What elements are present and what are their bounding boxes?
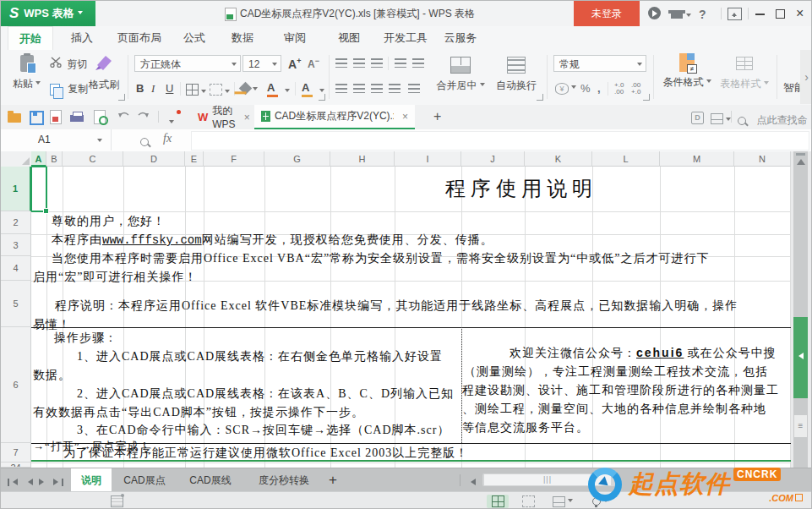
col-header-J[interactable]: J — [461, 151, 525, 167]
increase-indent-button[interactable] — [412, 58, 424, 68]
row-header-6[interactable]: 6 — [1, 327, 31, 443]
tab-view[interactable]: 视图 — [329, 26, 369, 50]
align-middle-button[interactable] — [353, 58, 365, 68]
split-view-button[interactable] — [711, 112, 731, 128]
sheet-tab-cad-zhandian[interactable]: CAD展点 — [115, 468, 174, 492]
bold-button[interactable]: B — [136, 82, 144, 95]
collapse-ribbon-icon[interactable] — [728, 7, 741, 20]
sheet-tab-cad-zhanxian[interactable]: CAD展线 — [181, 468, 240, 492]
row-header-2[interactable]: 2 — [1, 211, 31, 234]
insert-function-button[interactable]: fx — [163, 132, 172, 145]
tab-data[interactable]: 数据 — [222, 26, 263, 50]
redo-button[interactable] — [136, 110, 151, 124]
normal-view-button[interactable] — [487, 495, 509, 508]
font-name-select[interactable]: 方正姚体 — [134, 55, 241, 72]
first-sheet-button[interactable] — [8, 476, 18, 488]
close-tab-icon[interactable]: × — [402, 111, 408, 123]
cut-button[interactable]: 剪切 — [50, 57, 87, 72]
font-color-button[interactable]: A — [267, 82, 278, 97]
align-center-button[interactable] — [353, 84, 365, 93]
prev-sheet-button[interactable] — [25, 476, 33, 488]
vscroll-thumb[interactable] — [793, 317, 808, 398]
increase-decimal-button[interactable]: +.0 .00 — [614, 82, 624, 96]
col-header-L[interactable]: L — [592, 151, 660, 167]
tab-cloud[interactable]: 云服务 — [437, 26, 484, 50]
sheet-tab-dfm-zhuanhuan[interactable]: 度分秒转换 — [247, 468, 321, 492]
col-header-E[interactable]: E — [185, 151, 204, 167]
scroll-up-icon[interactable] — [797, 155, 805, 165]
grid-body[interactable]: 程序使用说明 尊敬的用户，您好！ 本程序由www.fffsky.com网站编写开… — [31, 167, 791, 468]
customize-qat-button[interactable] — [166, 115, 174, 130]
doc-tab-home[interactable]: W 我的WPS × — [191, 105, 253, 129]
last-sheet-button[interactable] — [53, 476, 63, 488]
ribbon-more-button[interactable]: › — [800, 50, 812, 104]
active-cell-a1[interactable] — [31, 167, 47, 212]
table-style-button[interactable]: 表格样式 — [717, 52, 771, 91]
tab-review[interactable]: 审阅 — [275, 26, 315, 50]
page-grip[interactable]: ≡ — [794, 415, 807, 437]
col-header-D[interactable]: D — [123, 151, 185, 167]
website-link[interactable]: www.fffsky.com — [102, 233, 202, 247]
distribute-button[interactable] — [408, 84, 420, 93]
skin-shirt-icon[interactable] — [671, 7, 684, 20]
decrease-indent-button[interactable] — [395, 58, 406, 68]
print-button[interactable] — [70, 110, 85, 124]
collapse-panel-icon[interactable] — [795, 353, 804, 359]
comma-format-button[interactable]: , — [597, 82, 601, 95]
number-launcher-icon[interactable] — [643, 94, 650, 101]
add-sheet-button[interactable]: + — [329, 472, 337, 489]
merge-center-button[interactable]: 合并居中 — [433, 53, 488, 93]
col-header-C[interactable]: C — [63, 151, 123, 167]
print-preview-button[interactable] — [94, 110, 109, 124]
font-color-caret[interactable] — [282, 85, 290, 97]
col-header-F[interactable]: F — [204, 151, 264, 167]
alignment-launcher-icon[interactable] — [537, 94, 543, 101]
help-icon[interactable]: ? — [699, 7, 712, 20]
row-header-7[interactable]: 7 — [1, 443, 31, 462]
row-header-3[interactable]: 3 — [1, 234, 31, 256]
align-right-button[interactable] — [371, 84, 383, 93]
col-header-N[interactable]: N — [734, 151, 791, 167]
row-header-4[interactable]: 4 — [1, 256, 31, 281]
fill-handle[interactable] — [43, 208, 49, 214]
currency-format-button[interactable]: ¥ — [555, 82, 576, 95]
conditional-format-button[interactable]: ≠ 条件格式 — [660, 52, 714, 90]
shrink-font-button[interactable]: A− — [308, 57, 319, 70]
zoom-formula-icon[interactable] — [140, 134, 149, 150]
col-header-K[interactable]: K — [525, 151, 592, 167]
tab-home[interactable]: 开始 — [8, 26, 53, 51]
clipboard-launcher-icon[interactable] — [118, 94, 125, 101]
tab-insert[interactable]: 插入 — [62, 26, 102, 50]
export-pdf-button[interactable] — [50, 110, 65, 124]
copy-button[interactable]: 复制 — [50, 82, 88, 96]
align-top-button[interactable] — [335, 58, 347, 68]
row-header-5[interactable]: 5 — [1, 281, 31, 327]
italic-button[interactable]: I — [151, 82, 155, 96]
page-layout-view-button[interactable] — [548, 495, 577, 508]
col-header-M[interactable]: M — [660, 151, 734, 167]
grow-font-button[interactable]: A+ — [288, 57, 301, 71]
macro-record-button[interactable] — [111, 495, 123, 507]
align-bottom-button[interactable] — [371, 58, 383, 68]
col-header-A[interactable]: A — [31, 151, 46, 167]
hscroll-left-icon[interactable] — [467, 476, 476, 488]
split-handle[interactable] — [796, 153, 805, 156]
doc-protect-icon[interactable]: D — [691, 112, 704, 124]
fill-color-button[interactable] — [241, 84, 258, 96]
underline-button[interactable]: U — [166, 82, 173, 95]
row-header-1[interactable]: 1 — [1, 167, 31, 211]
font-launcher-icon[interactable] — [319, 94, 325, 101]
name-box[interactable]: A1 — [1, 129, 112, 151]
align-left-button[interactable] — [335, 84, 347, 93]
col-header-H[interactable]: H — [330, 151, 395, 167]
vertical-scrollbar[interactable]: ≡ — [793, 151, 808, 468]
percent-format-button[interactable]: % — [580, 82, 591, 95]
select-all-corner[interactable] — [1, 151, 32, 167]
wechat-account-link[interactable]: cehui6 — [636, 346, 684, 359]
next-sheet-button[interactable] — [39, 476, 47, 488]
maximize-button[interactable] — [776, 7, 789, 20]
tab-developer[interactable]: 开发工具 — [379, 26, 432, 50]
tab-formulas[interactable]: 公式 — [174, 26, 215, 50]
close-tab-icon[interactable]: × — [244, 112, 250, 123]
close-button[interactable]: × — [796, 6, 809, 19]
